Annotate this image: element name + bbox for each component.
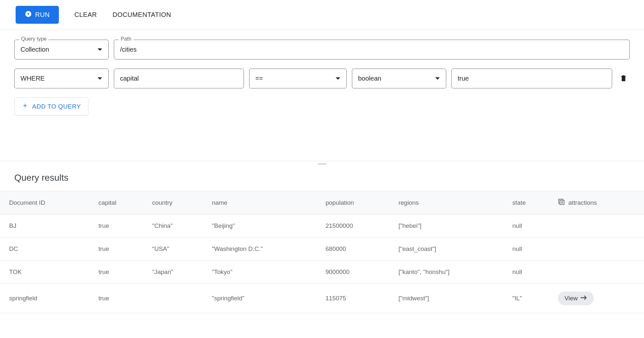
toolbar: RUN CLEAR DOCUMENTATION [0, 0, 644, 30]
add-to-query-label: ADD TO QUERY [32, 103, 81, 110]
table-cell: springfield [0, 284, 93, 313]
table-cell [146, 284, 206, 313]
clause-type-value: WHERE [20, 75, 92, 82]
table-row[interactable]: DCtrue"USA""Washington D.C."680000["east… [0, 238, 644, 261]
clause-valuetype-select[interactable]: boolean [352, 69, 446, 88]
table-cell-attractions [552, 214, 644, 238]
col-regions[interactable]: regions [393, 191, 506, 214]
query-type-select[interactable]: Query type Collection [14, 40, 109, 59]
table-cell: "Japan" [146, 261, 206, 284]
table-cell: true [93, 238, 146, 261]
table-cell: true [93, 261, 146, 284]
table-cell: null [506, 261, 552, 284]
table-cell: BJ [0, 214, 93, 238]
arrow-right-icon [580, 295, 587, 302]
run-button-label: RUN [35, 11, 50, 19]
table-row[interactable]: TOKtrue"Japan""Tokyo"9000000["kanto", "h… [0, 261, 644, 284]
table-cell: ["kanto", "honshu"] [393, 261, 506, 284]
view-label: View [564, 295, 578, 302]
col-capital[interactable]: capital [93, 191, 146, 214]
svg-rect-2 [560, 200, 564, 204]
play-circle-icon [25, 10, 32, 19]
chevron-down-icon [335, 75, 341, 82]
table-cell: true [93, 284, 146, 313]
run-button[interactable]: RUN [16, 6, 59, 24]
view-subcollection-button[interactable]: View [558, 292, 594, 305]
col-attractions-label: attractions [568, 199, 597, 206]
table-row[interactable]: BJtrue"China""Beijing"21500000["hebei"]n… [0, 214, 644, 238]
clear-button[interactable]: CLEAR [74, 11, 97, 19]
col-population[interactable]: population [320, 191, 393, 214]
table-cell: 680000 [320, 238, 393, 261]
table-header-row: Document ID capital country name populat… [0, 191, 644, 214]
table-cell: "springfield" [206, 284, 320, 313]
table-cell-attractions [552, 238, 644, 261]
col-document-id[interactable]: Document ID [0, 191, 93, 214]
delete-clause-button[interactable] [617, 72, 630, 85]
results-title: Query results [0, 173, 644, 191]
clause-field-input-wrap[interactable] [114, 69, 244, 88]
table-cell: "Beijing" [206, 214, 320, 238]
table-cell: "Washington D.C." [206, 238, 320, 261]
table-cell: true [93, 214, 146, 238]
clause-operator-select[interactable]: == [249, 69, 347, 88]
chevron-down-icon [435, 75, 440, 82]
results-section: Query results Document ID capital countr… [0, 165, 644, 313]
table-cell-attractions: View [552, 284, 644, 313]
col-country[interactable]: country [146, 191, 206, 214]
table-cell: "IL" [506, 284, 552, 313]
col-state[interactable]: state [506, 191, 552, 214]
path-input[interactable] [120, 46, 624, 53]
table-cell: DC [0, 238, 93, 261]
table-cell: ["east_coast"] [393, 238, 506, 261]
col-name[interactable]: name [206, 191, 320, 214]
trash-icon [620, 78, 627, 83]
table-cell: null [506, 238, 552, 261]
chevron-down-icon [97, 46, 102, 53]
table-cell-attractions [552, 261, 644, 284]
clause-type-select[interactable]: WHERE [14, 69, 109, 88]
clause-operator-value: == [255, 75, 330, 82]
table-cell: ["hebei"] [393, 214, 506, 238]
table-cell: 115075 [320, 284, 393, 313]
subcollection-icon [558, 198, 565, 207]
table-cell: 21500000 [320, 214, 393, 238]
clause-valuetype-value: boolean [358, 75, 430, 82]
query-type-label: Query type [19, 36, 48, 42]
chevron-down-icon [97, 75, 102, 82]
query-builder: Query type Collection Path WHERE == [0, 30, 644, 161]
table-cell: "Tokyo" [206, 261, 320, 284]
col-attractions[interactable]: attractions [552, 191, 644, 214]
documentation-button[interactable]: DOCUMENTATION [113, 11, 171, 19]
clause-value-input[interactable] [458, 75, 606, 82]
table-cell: null [506, 214, 552, 238]
clause-value-input-wrap[interactable] [451, 69, 612, 88]
add-to-query-button[interactable]: ADD TO QUERY [14, 98, 88, 115]
path-field[interactable]: Path [114, 40, 630, 59]
path-label: Path [119, 36, 133, 42]
table-cell: TOK [0, 261, 93, 284]
results-table: Document ID capital country name populat… [0, 191, 644, 313]
query-type-value: Collection [20, 46, 92, 53]
table-cell: 9000000 [320, 261, 393, 284]
plus-icon [22, 102, 28, 110]
table-cell: "China" [146, 214, 206, 238]
clause-field-input[interactable] [120, 75, 238, 82]
table-cell: ["midwest"] [393, 284, 506, 313]
table-row[interactable]: springfieldtrue"springfield"115075["midw… [0, 284, 644, 313]
table-cell: "USA" [146, 238, 206, 261]
